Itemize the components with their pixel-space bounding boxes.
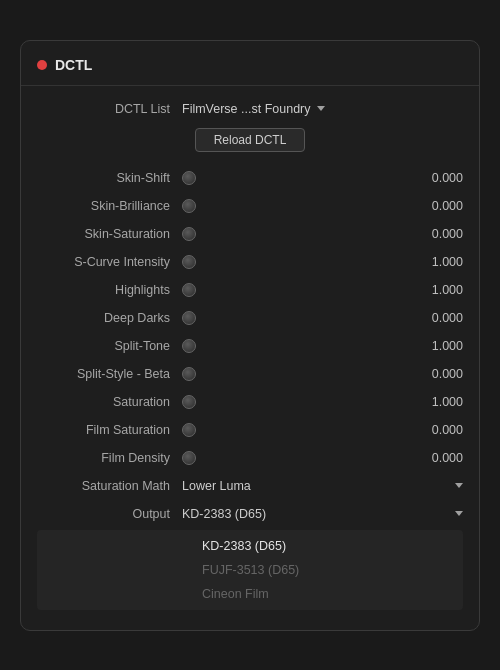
knob-row: Skin-Saturation 0.000 xyxy=(21,220,479,248)
knob-value: 1.000 xyxy=(418,255,463,269)
knob-label: Film Density xyxy=(37,451,182,465)
knob-dial[interactable] xyxy=(182,227,196,241)
knob-dial[interactable] xyxy=(182,367,196,381)
knob-dial[interactable] xyxy=(182,451,196,465)
knob-value: 0.000 xyxy=(418,199,463,213)
saturation-math-row: Saturation Math Lower Luma xyxy=(21,472,479,500)
output-option: FUJF-3513 (D65) xyxy=(37,558,463,582)
reload-row: Reload DCTL xyxy=(21,124,479,164)
knob-label: Deep Darks xyxy=(37,311,182,325)
knob-row: S-Curve Intensity 1.000 xyxy=(21,248,479,276)
output-control[interactable]: KD-2383 (D65) xyxy=(182,507,463,521)
knob-row: Skin-Brilliance 0.000 xyxy=(21,192,479,220)
knob-label: Split-Style - Beta xyxy=(37,367,182,381)
output-label: Output xyxy=(37,507,182,521)
knob-row: Film Density 0.000 xyxy=(21,444,479,472)
knob-value: 0.000 xyxy=(418,311,463,325)
knob-control: 0.000 xyxy=(182,199,463,213)
knob-control: 1.000 xyxy=(182,283,463,297)
saturation-math-control[interactable]: Lower Luma xyxy=(182,479,463,493)
knob-dial[interactable] xyxy=(182,395,196,409)
knob-dial[interactable] xyxy=(182,255,196,269)
output-row: Output KD-2383 (D65) xyxy=(21,500,479,528)
knob-value: 0.000 xyxy=(418,227,463,241)
dctl-list-label: DCTL List xyxy=(37,102,182,116)
knob-value: 1.000 xyxy=(418,395,463,409)
knob-label: Split-Tone xyxy=(37,339,182,353)
dctl-list-dropdown[interactable]: FilmVerse ...st Foundry xyxy=(182,102,325,116)
knob-row: Split-Style - Beta 0.000 xyxy=(21,360,479,388)
knob-row: Deep Darks 0.000 xyxy=(21,304,479,332)
knob-dial[interactable] xyxy=(182,339,196,353)
knob-value: 1.000 xyxy=(418,283,463,297)
knob-row: Highlights 1.000 xyxy=(21,276,479,304)
output-option[interactable]: KD-2383 (D65) xyxy=(37,534,463,558)
knob-dial[interactable] xyxy=(182,423,196,437)
knob-label: Film Saturation xyxy=(37,423,182,437)
knob-control: 1.000 xyxy=(182,395,463,409)
knob-value: 0.000 xyxy=(418,367,463,381)
header-divider xyxy=(21,85,479,86)
dctl-list-value: FilmVerse ...st Foundry xyxy=(182,102,311,116)
knob-control: 0.000 xyxy=(182,171,463,185)
knob-label: S-Curve Intensity xyxy=(37,255,182,269)
dctl-panel: DCTL DCTL List FilmVerse ...st Foundry R… xyxy=(20,40,480,631)
knob-control: 0.000 xyxy=(182,367,463,381)
knob-label: Skin-Brilliance xyxy=(37,199,182,213)
output-option: Cineon Film xyxy=(37,582,463,606)
knob-dial[interactable] xyxy=(182,311,196,325)
output-value: KD-2383 (D65) xyxy=(182,507,266,521)
knob-control: 1.000 xyxy=(182,255,463,269)
knob-value: 0.000 xyxy=(418,451,463,465)
knob-value: 1.000 xyxy=(418,339,463,353)
knob-dial[interactable] xyxy=(182,283,196,297)
knob-control: 0.000 xyxy=(182,227,463,241)
knob-value: 0.000 xyxy=(418,171,463,185)
dctl-list-chevron-icon xyxy=(317,106,325,111)
saturation-math-label: Saturation Math xyxy=(37,479,182,493)
saturation-math-chevron-icon xyxy=(455,483,463,488)
knob-control: 0.000 xyxy=(182,423,463,437)
knob-row: Film Saturation 0.000 xyxy=(21,416,479,444)
output-options-container: KD-2383 (D65)FUJF-3513 (D65)Cineon Film xyxy=(37,534,463,606)
knob-rows-container: Skin-Shift 0.000 Skin-Brilliance 0.000 S… xyxy=(21,164,479,472)
saturation-math-value: Lower Luma xyxy=(182,479,251,493)
knob-label: Saturation xyxy=(37,395,182,409)
output-dropdown-menu: KD-2383 (D65)FUJF-3513 (D65)Cineon Film xyxy=(37,530,463,610)
panel-title: DCTL xyxy=(55,57,92,73)
knob-dial[interactable] xyxy=(182,199,196,213)
status-dot xyxy=(37,60,47,70)
knob-row: Saturation 1.000 xyxy=(21,388,479,416)
reload-dctl-button[interactable]: Reload DCTL xyxy=(195,128,306,152)
knob-label: Skin-Saturation xyxy=(37,227,182,241)
knob-row: Split-Tone 1.000 xyxy=(21,332,479,360)
knob-row: Skin-Shift 0.000 xyxy=(21,164,479,192)
knob-value: 0.000 xyxy=(418,423,463,437)
knob-label: Highlights xyxy=(37,283,182,297)
knob-control: 0.000 xyxy=(182,311,463,325)
knob-dial[interactable] xyxy=(182,171,196,185)
dctl-list-row: DCTL List FilmVerse ...st Foundry xyxy=(21,98,479,124)
knob-label: Skin-Shift xyxy=(37,171,182,185)
panel-header: DCTL xyxy=(21,57,479,85)
knob-control: 0.000 xyxy=(182,451,463,465)
knob-control: 1.000 xyxy=(182,339,463,353)
output-chevron-icon xyxy=(455,511,463,516)
